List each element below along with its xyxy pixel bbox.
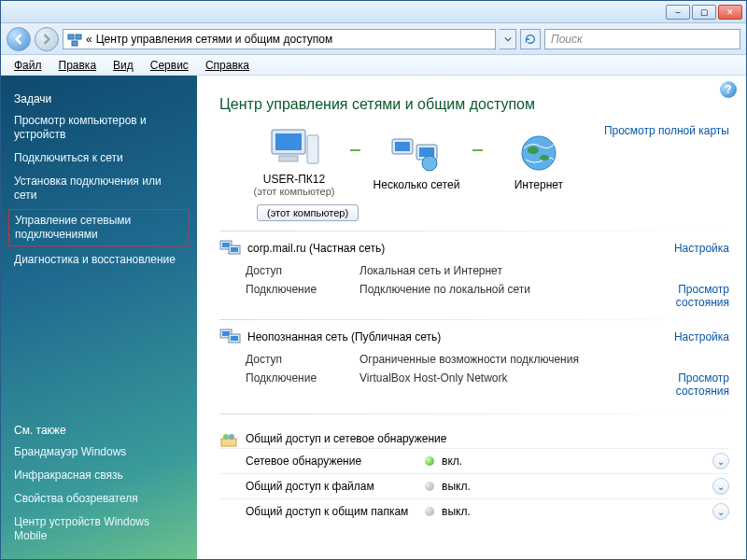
svg-point-11 [422,156,437,171]
svg-rect-6 [279,156,298,161]
net1-conn-value: Подключение по локальной сети [359,283,636,309]
opt1-key: Общий доступ к файлам [219,480,425,493]
svg-point-12 [522,136,556,170]
minimize-button[interactable]: – [666,5,690,20]
network1-name: corp.mail.ru (Частная сеть) [247,242,385,255]
svg-point-13 [528,147,539,154]
net1-access-key: Доступ [219,264,359,277]
opt-network-discovery: Сетевое обнаружение вкл. ⌄ [219,448,729,473]
menu-edit[interactable]: Правка [51,57,105,74]
expand-button[interactable]: ⌄ [712,478,729,495]
titlebar: – ▢ ✕ [1,1,746,23]
menu-file[interactable]: Файл [7,57,49,74]
opt0-key: Сетевое обнаружение [219,455,425,468]
net2-access-value: Ограниченные возможности подключения [359,353,636,366]
search-placeholder: Поиск [551,33,583,46]
svg-rect-8 [395,142,410,151]
search-input[interactable]: Поиск [544,29,740,49]
menu-view[interactable]: Вид [106,57,141,74]
map-node-multi-networks: Несколько сетей [351,132,482,191]
menu-tools[interactable]: Сервис [143,57,196,74]
status-dot-on-icon [425,456,434,466]
map-node-internet: Интернет [473,132,604,191]
see-also-infrared[interactable]: Инфракрасная связь [1,464,197,487]
expand-button[interactable]: ⌄ [712,453,729,469]
forward-button[interactable] [35,27,59,51]
status-dot-off-icon [425,482,434,491]
network-icon [219,239,242,258]
view-full-map-link[interactable]: Просмотр полной карты [604,124,729,137]
svg-rect-1 [76,35,81,39]
opt1-value: выкл. [442,480,712,493]
map-node-this-pc: USER-ПК12 (этот компьютер) [229,126,359,197]
sharing-icon [219,429,238,448]
see-also-mobile-center[interactable]: Центр устройств Windows Mobile [1,511,197,548]
net1-view-status-link[interactable]: Просмотр состояния [636,283,729,309]
svg-point-24 [223,434,229,440]
sidebar-item-view-devices[interactable]: Просмотр компьютеров и устройств [1,109,197,147]
opt2-value: выкл. [442,505,712,518]
network-icon [219,328,242,346]
opt-file-sharing: Общий доступ к файлам выкл. ⌄ [219,473,729,498]
breadcrumb-chevron: « [86,33,92,46]
net2-view-status-link[interactable]: Просмотр состояния [636,371,729,398]
svg-rect-2 [72,41,78,46]
svg-rect-5 [307,135,318,163]
sidebar-item-setup-connection[interactable]: Установка подключения или сети [1,170,197,207]
network2-settings-link[interactable]: Настройка [674,330,729,343]
address-dropdown[interactable] [500,29,516,49]
body: Задачи Просмотр компьютеров и устройств … [1,76,746,559]
map-node-pc-sub: (этот компьютер) [253,186,334,197]
network-map: USER-ПК12 (этот компьютер) Несколько сет… [229,126,604,197]
net2-conn-key: Подключение [219,371,359,398]
net1-conn-key: Подключение [219,283,359,309]
svg-rect-10 [419,147,434,157]
page-title: Центр управления сетями и общим доступом [219,96,729,113]
breadcrumb-text: Центр управления сетями и общим доступом [96,33,333,46]
close-button[interactable]: ✕ [718,5,742,20]
computer-icon [266,126,322,169]
map-node-internet-label: Интернет [514,178,563,191]
help-icon[interactable]: ? [720,81,737,98]
network-block-2: Неопознанная сеть (Публичная сеть) Настр… [219,319,729,400]
sharing-section-title: Общий доступ и сетевое обнаружение [219,429,729,448]
window-frame: – ▢ ✕ « Центр управления сетями и общим … [0,0,747,560]
map-node-pc-label: USER-ПК12 [263,173,325,186]
svg-rect-0 [68,35,74,39]
sidebar-see-also-title: См. также [1,418,197,441]
status-dot-off-icon [425,507,434,516]
back-button[interactable] [7,27,31,51]
sidebar: Задачи Просмотр компьютеров и устройств … [1,76,197,559]
address-bar[interactable]: « Центр управления сетями и общим доступ… [63,29,496,49]
net2-access-key: Доступ [219,353,359,366]
svg-point-14 [540,155,549,161]
maximize-button[interactable]: ▢ [692,5,716,20]
multi-network-icon [388,132,444,175]
network-block-1: corp.mail.ru (Частная сеть) Настройка До… [219,231,729,312]
see-also-firewall[interactable]: Брандмауэр Windows [1,441,197,464]
main-panel: ? Центр управления сетями и общим доступ… [197,76,746,559]
menu-bar: Файл Правка Вид Сервис Справка [1,55,746,76]
svg-rect-23 [221,439,236,446]
opt0-value: вкл. [442,455,712,468]
network2-name: Неопознанная сеть (Публичная сеть) [247,330,441,343]
sidebar-item-connect[interactable]: Подключиться к сети [1,147,197,170]
svg-rect-22 [231,336,238,341]
globe-icon [511,132,567,175]
this-computer-button[interactable]: (этот компьютер) [257,204,359,221]
svg-rect-4 [275,133,302,150]
see-also-internet-options[interactable]: Свойства обозревателя [1,487,197,511]
sidebar-tasks-title: Задачи [1,87,197,109]
network1-settings-link[interactable]: Настройка [674,242,729,255]
network-center-icon [67,32,82,47]
expand-button[interactable]: ⌄ [712,503,729,520]
nav-toolbar: « Центр управления сетями и общим доступ… [1,23,746,55]
sidebar-item-diagnose[interactable]: Диагностика и восстановление [1,248,197,272]
menu-help[interactable]: Справка [198,57,257,74]
opt-public-folder-sharing: Общий доступ к общим папкам выкл. ⌄ [219,498,729,524]
sidebar-item-manage-connections[interactable]: Управление сетевыми подключениями [8,209,190,246]
refresh-button[interactable] [520,29,541,49]
net1-access-value: Локальная сеть и Интернет [359,264,636,277]
svg-rect-18 [231,247,238,252]
opt2-key: Общий доступ к общим папкам [219,505,425,518]
